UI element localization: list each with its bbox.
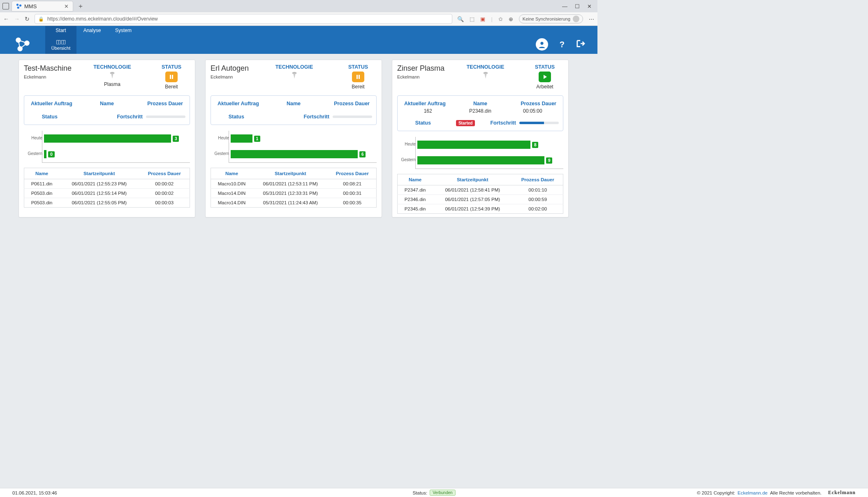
machine-vendor: Eckelmann: [397, 74, 444, 79]
job-duration: 00:05:00: [507, 108, 559, 114]
machine-card: Test-Maschine Eckelmann TECHNOLOGIE Plas…: [19, 60, 195, 217]
forward-button: →: [14, 16, 20, 22]
machine-vendor: Eckelmann: [211, 74, 249, 79]
machine-card: Erl Autogen Eckelmann TECHNOLOGIE STATUS…: [205, 60, 382, 217]
back-button[interactable]: ←: [3, 16, 9, 22]
current-job-box: Aktueller Auftrag Name Prozess Dauer 162…: [397, 95, 563, 131]
table-row: P2345.din06/01/2021 (12:54:39 PM)00:02:0…: [398, 204, 563, 214]
table-row: P2346.din06/01/2021 (12:57:05 PM)00:00:5…: [398, 195, 563, 204]
window-minimize-icon[interactable]: —: [562, 3, 567, 9]
user-avatar[interactable]: [536, 38, 548, 51]
bar-value-heute: 1: [254, 136, 261, 142]
col-dauer: Prozess Dauer: [328, 168, 376, 179]
new-tab-button[interactable]: ＋: [76, 2, 86, 11]
favorites-icon[interactable]: ✩: [498, 16, 503, 22]
chart-label-gestern: Gestern: [26, 151, 42, 156]
col-name: Name: [211, 168, 253, 179]
svg-rect-15: [359, 75, 360, 79]
bar-gestern: [44, 150, 46, 158]
bar-value-gestern: 6: [359, 151, 366, 157]
bar-value-gestern: 0: [48, 151, 55, 157]
window-close-icon[interactable]: ✕: [587, 3, 592, 9]
nav-tab-start[interactable]: Start: [45, 26, 76, 35]
table-row: Macro14.DIN05/31/2021 (11:24:43 AM)00:00…: [211, 198, 377, 208]
logo-icon: [14, 36, 31, 53]
machine-title: Erl Autogen: [211, 64, 249, 73]
col-start: Startzeitpunkt: [59, 168, 139, 179]
sync-status[interactable]: Keine Synchronisierung: [519, 14, 583, 23]
col-name: Name: [24, 168, 60, 179]
machine-title: Zinser Plasma: [397, 64, 444, 73]
tech-header: TECHNOLOGIE: [275, 64, 313, 70]
table-row: P0611.din06/01/2021 (12:55:23 PM)00:00:0…: [24, 179, 190, 189]
status-badge: Started: [456, 120, 475, 126]
status-header: STATUS: [162, 64, 181, 70]
screenshot-icon[interactable]: ▣: [480, 16, 485, 22]
svg-rect-11: [170, 75, 171, 79]
bar-gestern: [231, 150, 358, 158]
logout-button[interactable]: [576, 39, 585, 50]
history-table: Name Startzeitpunkt Prozess Dauer P0611.…: [24, 168, 190, 208]
nav-tab-system[interactable]: System: [108, 26, 139, 35]
torch-icon: [109, 72, 115, 80]
collections-icon[interactable]: ⊕: [509, 16, 513, 22]
table-row: Macro10.DIN06/01/2021 (12:53:11 PM)00:08…: [211, 179, 377, 189]
svg-point-6: [16, 37, 21, 43]
bar-heute: [44, 134, 171, 143]
user-icon: [538, 41, 546, 48]
col-name: Name: [398, 174, 433, 185]
current-job-box: Aktueller Auftrag Name Prozess Dauer Sta…: [211, 95, 377, 125]
tech-header: TECHNOLOGIE: [467, 64, 505, 70]
lock-icon: 🔒: [38, 16, 44, 22]
machine-card: Zinser Plasma Eckelmann TECHNOLOGIE STAT…: [392, 60, 569, 217]
tech-header: TECHNOLOGIE: [93, 64, 131, 70]
browser-chrome: MMS ✕ ＋ — ☐ ✕ ← → ↻ 🔒 https://demo.mms.e…: [0, 0, 597, 26]
status-header: STATUS: [535, 64, 555, 70]
close-icon[interactable]: ✕: [64, 3, 69, 9]
logout-icon: [576, 39, 585, 48]
machine-title: Test-Maschine: [24, 64, 72, 73]
history-table: Name Startzeitpunkt Prozess Dauer P2347.…: [397, 174, 563, 214]
bar-value-heute: 3: [173, 136, 179, 142]
address-bar[interactable]: 🔒 https://demo.mms.eckelmann.cloud/de/#/…: [35, 14, 452, 24]
current-job-box: Aktueller Auftrag Name Prozess Dauer Sta…: [24, 95, 190, 125]
history-table: Name Startzeitpunkt Prozess Dauer Macro1…: [211, 168, 377, 208]
help-button[interactable]: ?: [560, 40, 565, 49]
job-name: P2348.din: [454, 108, 506, 114]
job-id: 162: [402, 108, 454, 114]
col-dauer: Prozess Dauer: [512, 174, 563, 185]
table-row: Macro14.DIN05/31/2021 (12:33:31 PM)00:00…: [211, 189, 377, 198]
zoom-icon[interactable]: 🔍: [457, 16, 464, 22]
svg-point-0: [16, 4, 19, 6]
status-header: STATUS: [348, 64, 368, 70]
app-logo[interactable]: [0, 35, 45, 54]
table-row: P0503.din06/01/2021 (12:55:14 PM)00:00:0…: [24, 189, 190, 198]
bar-heute: [417, 141, 530, 149]
progress-bar: [146, 116, 185, 118]
machine-vendor: Eckelmann: [24, 74, 72, 79]
col-start: Startzeitpunkt: [252, 168, 328, 179]
menu-icon[interactable]: ⋯: [589, 16, 594, 22]
window-maximize-icon[interactable]: ☐: [575, 3, 580, 9]
status-value: Bereit: [352, 84, 364, 90]
url-text: https://demo.mms.eckelmann.cloud/de/#/Ov…: [47, 16, 158, 22]
app-header: Start Analyse System ◫◫ Übersicht ?: [0, 26, 597, 54]
refresh-button[interactable]: ↻: [25, 16, 30, 22]
chart-label-gestern: Gestern: [399, 157, 416, 162]
svg-rect-14: [356, 75, 358, 79]
daily-chart: Heute 8 Gestern 9: [415, 137, 563, 169]
progress-bar: [519, 122, 559, 124]
nav-tab-analyse[interactable]: Analyse: [76, 26, 108, 35]
subtab-uebersicht[interactable]: ◫◫ Übersicht: [45, 35, 76, 54]
torch-icon: [483, 72, 488, 80]
translate-icon[interactable]: ⬚: [470, 16, 475, 22]
col-start: Startzeitpunkt: [433, 174, 512, 185]
svg-point-1: [19, 5, 21, 7]
torch-icon: [292, 72, 297, 80]
svg-point-8: [17, 46, 23, 51]
browser-tab[interactable]: MMS ✕: [12, 1, 73, 12]
tech-value: Plasma: [104, 81, 120, 87]
bar-value-gestern: 9: [546, 157, 553, 164]
tab-preview-icon[interactable]: [2, 3, 9, 9]
tab-title: MMS: [24, 3, 37, 9]
